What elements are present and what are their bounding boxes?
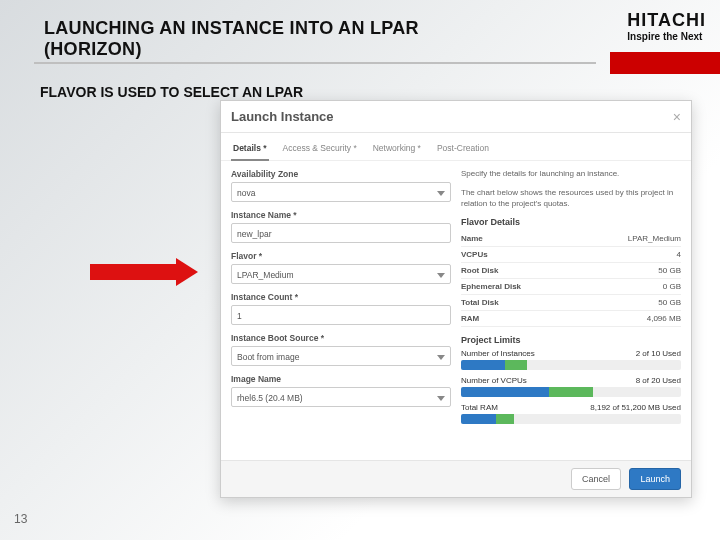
cell-value: 4,096 MB [578,311,681,327]
table-row: Root Disk50 GB [461,263,681,279]
field-instance-name: Instance Name * new_lpar [231,210,451,243]
cell-label: Root Disk [461,263,578,279]
cell-label: RAM [461,311,578,327]
quota-value: 2 of 10 Used [636,349,681,358]
field-boot-source: Instance Boot Source * Boot from image [231,333,451,366]
arrow-shaft [90,264,176,280]
brand-block: HITACHI Inspire the Next [627,10,706,42]
table-row: Total Disk50 GB [461,295,681,311]
launch-button[interactable]: Launch [629,468,681,490]
slide-title: LAUNCHING AN INSTANCE INTO AN LPAR (HORI… [44,18,484,59]
quota-ram: Total RAM 8,192 of 51,200 MB Used [461,403,681,424]
cancel-button[interactable]: Cancel [571,468,621,490]
quota-label: Number of VCPUs [461,376,527,385]
label-boot-source: Instance Boot Source * [231,333,451,343]
cell-value: 50 GB [578,295,681,311]
quota-vcpus: Number of VCPUs 8 of 20 Used [461,376,681,397]
label-flavor: Flavor * [231,251,451,261]
description-line-2: The chart below shows the resources used… [461,188,681,210]
field-instance-count: Instance Count * 1 [231,292,451,325]
tab-networking[interactable]: Networking * [371,139,423,160]
table-row: RAM4,096 MB [461,311,681,327]
quota-section: Number of Instances 2 of 10 Used Number … [461,349,681,424]
flavor-details-table: NameLPAR_Medium VCPUs4 Root Disk50 GB Ep… [461,231,681,327]
modal-body: Availability Zone nova Instance Name * n… [221,161,691,434]
cell-value: 0 GB [578,279,681,295]
quota-value: 8 of 20 Used [636,376,681,385]
quota-label: Number of Instances [461,349,535,358]
cell-label: Name [461,231,578,247]
flavor-details-title: Flavor Details [461,217,681,227]
launch-instance-modal: Launch Instance × Details * Access & Sec… [220,100,692,498]
select-flavor[interactable]: LPAR_Medium [231,264,451,284]
tab-details[interactable]: Details * [231,139,269,161]
tab-post-creation[interactable]: Post-Creation [435,139,491,160]
table-row: VCPUs4 [461,247,681,263]
bar-adding [505,360,527,370]
page-number: 13 [14,512,27,526]
cell-label: VCPUs [461,247,578,263]
label-availability-zone: Availability Zone [231,169,451,179]
quota-label: Total RAM [461,403,498,412]
input-instance-name[interactable]: new_lpar [231,223,451,243]
brand-red-bar [610,52,720,74]
label-image-name: Image Name [231,374,451,384]
quota-bar-instances [461,360,681,370]
field-availability-zone: Availability Zone nova [231,169,451,202]
modal-footer: Cancel Launch [221,460,691,497]
project-limits-title: Project Limits [461,335,681,345]
field-flavor: Flavor * LPAR_Medium [231,251,451,284]
arrow-head-icon [176,258,198,286]
title-underline [34,62,596,64]
slide-subtitle: FLAVOR IS USED TO SELECT AN LPAR [40,84,303,100]
table-row: NameLPAR_Medium [461,231,681,247]
input-instance-count[interactable]: 1 [231,305,451,325]
modal-tabs: Details * Access & Security * Networking… [221,133,691,161]
bar-adding [496,414,514,424]
bar-used [461,414,496,424]
tab-access-security[interactable]: Access & Security * [281,139,359,160]
quota-instances: Number of Instances 2 of 10 Used [461,349,681,370]
table-row: Ephemeral Disk0 GB [461,279,681,295]
cell-label: Total Disk [461,295,578,311]
cell-value: 4 [578,247,681,263]
label-instance-count: Instance Count * [231,292,451,302]
cell-value: 50 GB [578,263,681,279]
quota-value: 8,192 of 51,200 MB Used [590,403,681,412]
brand-tagline: Inspire the Next [627,31,706,42]
field-image-name: Image Name rhel6.5 (20.4 MB) [231,374,451,407]
modal-title: Launch Instance [231,109,681,124]
bar-used [461,387,549,397]
close-icon[interactable]: × [673,109,681,125]
quota-bar-ram [461,414,681,424]
info-column: Specify the details for launching an ins… [461,169,681,430]
bar-adding [549,387,593,397]
cell-value: LPAR_Medium [578,231,681,247]
slide-title-block: LAUNCHING AN INSTANCE INTO AN LPAR (HORI… [44,18,484,59]
description-line-1: Specify the details for launching an ins… [461,169,681,180]
select-boot-source[interactable]: Boot from image [231,346,451,366]
form-column: Availability Zone nova Instance Name * n… [231,169,451,430]
label-instance-name: Instance Name * [231,210,451,220]
select-image-name[interactable]: rhel6.5 (20.4 MB) [231,387,451,407]
callout-arrow [90,258,210,286]
bar-used [461,360,505,370]
brand-logo: HITACHI [627,10,706,31]
cell-label: Ephemeral Disk [461,279,578,295]
select-availability-zone[interactable]: nova [231,182,451,202]
quota-bar-vcpus [461,387,681,397]
modal-header: Launch Instance × [221,101,691,133]
